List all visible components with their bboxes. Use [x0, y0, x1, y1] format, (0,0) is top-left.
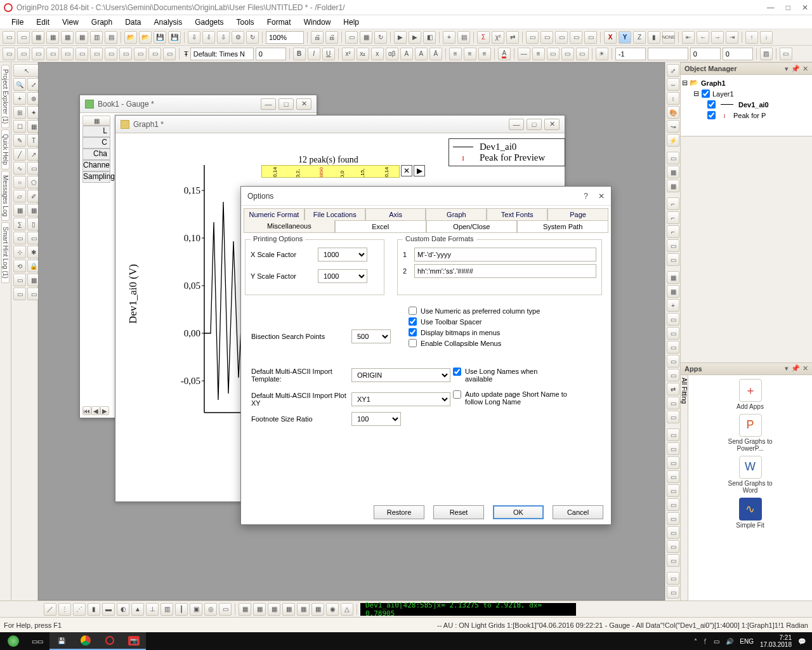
zoom-in-tool[interactable]: 🔍 [13, 78, 26, 91]
italic-button[interactable]: I [308, 48, 320, 60]
anti-alias-button[interactable]: ▭ [780, 48, 792, 60]
save-button[interactable]: 💾 [154, 31, 166, 44]
om-root[interactable]: ⊟ 📂 Graph1 [682, 77, 811, 88]
apps-header[interactable]: Apps ▾📌✕ [681, 362, 812, 375]
recalc-button[interactable]: ↻ [246, 31, 259, 44]
palette-tool[interactable]: 🎨 [667, 106, 679, 119]
tab-graph[interactable]: Graph [426, 208, 487, 220]
stats2-button[interactable]: ▦ [253, 603, 266, 616]
quick-help-tab[interactable]: Quick Help [1, 129, 10, 169]
bold-button[interactable]: B [293, 48, 306, 60]
open-template-button[interactable]: 📂 [139, 31, 152, 44]
batch-process-button[interactable]: ⚙ [232, 31, 244, 44]
circle-tool[interactable]: ○ [13, 176, 26, 189]
zoom-combo[interactable] [266, 31, 304, 44]
graph-close-button[interactable]: ✕ [544, 119, 560, 130]
hist-plot-button[interactable]: ▥ [160, 603, 173, 616]
curve-tool[interactable]: ∿ [13, 162, 26, 175]
axis-tool-3[interactable]: ⌐ [667, 225, 679, 238]
stock-plot-button[interactable]: ┃ [175, 603, 188, 616]
toolbar-spacer-check[interactable]: Use Toolbar Spacer [409, 317, 602, 326]
button-j[interactable]: ▭ [163, 48, 176, 60]
layer-tool-3[interactable]: ▦ [667, 180, 679, 192]
align-center-graph[interactable]: ▭ [667, 442, 679, 455]
distribute-v-graph[interactable]: ▭ [667, 554, 679, 567]
open-button[interactable]: 📂 [124, 31, 137, 44]
apps-close-icon[interactable]: ✕ [802, 364, 808, 373]
workbook-max-button[interactable]: □ [278, 98, 294, 110]
menu-gadgets[interactable]: Gadgets [190, 17, 228, 28]
back-button[interactable]: ▭ [667, 586, 679, 599]
new-layout-button[interactable]: ▥ [90, 31, 103, 44]
add-inset-data-button[interactable]: ▭ [667, 369, 679, 381]
z-button[interactable]: Z [633, 31, 646, 44]
tray-up-icon[interactable]: ˄ [694, 638, 697, 645]
supsub-button[interactable]: x [371, 48, 384, 60]
tab-page[interactable]: Page [547, 208, 608, 220]
sheet-first-button[interactable]: ⏮ [82, 406, 91, 415]
font-size-combo[interactable] [256, 48, 286, 60]
more-button[interactable]: ▭ [667, 411, 679, 423]
axis-tool-5[interactable]: ▭ [667, 253, 679, 266]
box-plot-button[interactable]: ⊥ [146, 603, 159, 616]
sheet-next-button[interactable]: ▶ [100, 406, 109, 415]
smart-hint-log-tab[interactable]: Smart Hint Log (1) [1, 222, 10, 283]
align-right-graph[interactable]: ▭ [667, 456, 679, 469]
duplicate-button[interactable]: ▭ [345, 31, 358, 44]
new-excel-button[interactable]: ▦ [46, 31, 59, 44]
overline-button[interactable]: Ā [429, 48, 442, 60]
import-excel-button[interactable]: ⇩ [217, 31, 230, 44]
date-format-1-input[interactable] [414, 248, 596, 262]
project-explorer-tab[interactable]: Project Explorer (1) [1, 65, 10, 128]
new-graph-button[interactable]: ▦ [61, 31, 74, 44]
ascii-xy-combo[interactable]: XY1 [351, 392, 450, 406]
restore-button[interactable]: Restore [374, 505, 424, 519]
copy-format-button[interactable]: ▭ [3, 48, 15, 60]
distribute-h-graph[interactable]: ▭ [667, 540, 679, 553]
add-inset-button[interactable]: ▭ [667, 355, 679, 368]
layer-mgmt-button[interactable]: ▭ [667, 313, 679, 326]
window-close-button[interactable]: ✕ [802, 3, 808, 12]
eq-tool[interactable]: ∑ [13, 218, 26, 230]
tray-battery-icon[interactable]: ▭ [714, 638, 719, 645]
menu-file[interactable]: File [6, 17, 29, 28]
menu-data[interactable]: Data [120, 17, 146, 28]
long-names-check[interactable]: Use Long Names when available [453, 368, 602, 383]
first-button[interactable]: ⇤ [682, 31, 695, 44]
greek-button[interactable]: αβ [386, 48, 398, 60]
layer-tool-2[interactable]: ▦ [667, 166, 679, 178]
line-color-button[interactable]: ▭ [561, 48, 574, 60]
auto-update-check[interactable]: Auto update page Short Name to follow Lo… [453, 390, 602, 406]
date-tool[interactable]: ▭ [13, 232, 26, 244]
tab-file-locations[interactable]: File Locations [304, 208, 365, 220]
last-button[interactable]: ⇥ [726, 31, 738, 44]
axis-tool-2[interactable]: ⌐ [667, 211, 679, 224]
ternary-button[interactable]: △ [341, 603, 353, 616]
apps-side-tabs[interactable]: All Fitting [681, 375, 688, 601]
bitmaps-menus-check[interactable]: Display bitmaps in menus [409, 328, 602, 336]
same-width-graph[interactable]: ▭ [667, 512, 679, 525]
line-weight-button[interactable]: ≡ [532, 48, 545, 60]
cancel-button[interactable]: Cancel [553, 505, 603, 519]
button-5[interactable]: ▭ [584, 31, 597, 44]
rotate-tool[interactable]: ⟲ [13, 260, 26, 272]
menu-tools[interactable]: Tools [232, 17, 259, 28]
tab-open-close[interactable]: Open/Close [426, 220, 518, 233]
row-header[interactable]: Cha [82, 149, 110, 160]
none-button[interactable]: NONE [662, 31, 675, 44]
insert-graph-tool[interactable]: ▦ [13, 204, 26, 216]
task-snip[interactable]: 📷 [122, 632, 146, 650]
menu-help[interactable]: Help [338, 17, 364, 28]
align-top-graph[interactable]: ▭ [667, 470, 679, 483]
tray-volume-icon[interactable]: 🔊 [726, 638, 733, 645]
graph-min-button[interactable]: — [509, 119, 524, 130]
tray-date[interactable]: 17.03.2018 [760, 641, 792, 648]
button-a[interactable]: ▭ [32, 48, 44, 60]
waterfall-button[interactable]: ▦ [297, 603, 310, 616]
align-middle-graph[interactable]: ▭ [667, 484, 679, 497]
button-h[interactable]: ▭ [134, 48, 147, 60]
add-top-x-button[interactable]: ▭ [667, 341, 679, 354]
footnote-combo[interactable]: 100 [351, 412, 401, 426]
om-menu-icon[interactable]: ▾ [785, 65, 789, 73]
font-combo[interactable] [190, 48, 254, 60]
